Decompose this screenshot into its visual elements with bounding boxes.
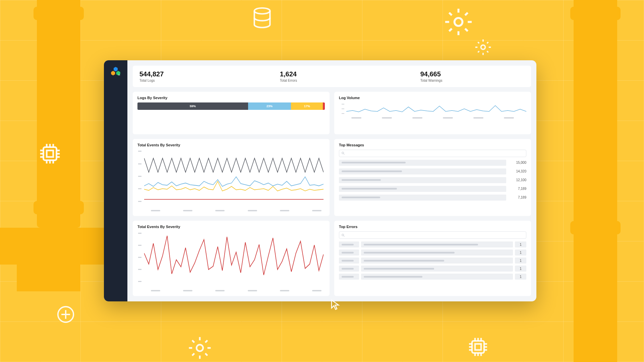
events-chart-1[interactable] bbox=[137, 150, 325, 212]
gear-small-icon bbox=[473, 37, 493, 58]
card-log-volume: Log Volume bbox=[334, 92, 531, 134]
message-row[interactable]: 7,189 bbox=[339, 186, 526, 192]
error-row[interactable]: 1 bbox=[339, 249, 526, 256]
stat-value: 1,624 bbox=[280, 70, 407, 78]
svg-line-14 bbox=[344, 154, 345, 155]
message-row[interactable]: 14,320 bbox=[339, 168, 526, 174]
error-row[interactable]: 1 bbox=[339, 258, 526, 264]
card-total-events-2: Total Events By Severity bbox=[133, 221, 330, 296]
card-top-messages: Top Messages 15,00014,32012,1007,1897,18… bbox=[334, 139, 531, 216]
sidebar: h bbox=[104, 60, 127, 301]
message-count: 7,189 bbox=[510, 196, 526, 199]
search-input[interactable] bbox=[339, 150, 526, 157]
message-count: 7,189 bbox=[510, 187, 526, 191]
svg-point-15 bbox=[342, 234, 344, 236]
card-logs-by-severity: Logs By Severity 59%23%17% bbox=[133, 92, 330, 134]
x-ticks bbox=[339, 117, 526, 119]
svg-marker-10 bbox=[111, 71, 115, 76]
severity-segment[interactable]: 23% bbox=[248, 102, 291, 110]
error-row[interactable]: 1 bbox=[339, 274, 526, 280]
card-title: Total Events By Severity bbox=[137, 225, 325, 229]
svg-point-0 bbox=[254, 8, 270, 14]
svg-rect-4 bbox=[47, 150, 53, 157]
search-icon bbox=[341, 233, 345, 237]
svg-rect-3 bbox=[44, 147, 57, 160]
events-chart-2[interactable] bbox=[137, 231, 325, 292]
svg-point-6 bbox=[196, 345, 203, 351]
error-row[interactable]: 1 bbox=[339, 241, 526, 247]
severity-segment[interactable]: 59% bbox=[137, 102, 248, 110]
app-window: h 544,827 Total Logs 1,624 Total Errors … bbox=[104, 60, 536, 301]
top-errors-table: 11111 bbox=[339, 241, 526, 280]
svg-point-2 bbox=[481, 45, 485, 50]
svg-rect-7 bbox=[472, 341, 484, 353]
card-title: Top Messages bbox=[339, 143, 526, 147]
severity-segment[interactable]: 17% bbox=[291, 102, 323, 110]
stat-label: Total Logs bbox=[139, 79, 267, 82]
severity-segment[interactable] bbox=[323, 102, 325, 110]
stat-label: Total Warnings bbox=[420, 79, 536, 82]
stat-value: 544,827 bbox=[139, 70, 267, 78]
severity-bar[interactable]: 59%23%17% bbox=[137, 102, 325, 110]
search-input[interactable] bbox=[339, 231, 526, 239]
message-row[interactable]: 7,189 bbox=[339, 195, 526, 201]
card-top-errors: Top Errors 11111 bbox=[334, 221, 531, 296]
error-count: 1 bbox=[515, 241, 526, 247]
message-row[interactable]: 12,100 bbox=[339, 177, 526, 183]
error-count: 1 bbox=[515, 258, 526, 264]
gear-icon bbox=[443, 6, 474, 38]
card-title: Total Events By Severity bbox=[137, 143, 325, 147]
error-row[interactable]: 1 bbox=[339, 266, 526, 272]
database-icon bbox=[250, 6, 274, 29]
svg-rect-8 bbox=[475, 344, 481, 350]
error-count: 1 bbox=[515, 249, 526, 256]
main-content: 544,827 Total Logs 1,624 Total Errors 94… bbox=[127, 60, 536, 301]
top-messages-list: 15,00014,32012,1007,1897,189 bbox=[339, 160, 526, 201]
log-volume-chart[interactable] bbox=[339, 102, 526, 116]
gear-icon-2 bbox=[187, 335, 213, 361]
error-count: 1 bbox=[515, 266, 526, 272]
svg-point-13 bbox=[342, 152, 344, 154]
stat-total-logs: 544,827 Total Logs bbox=[139, 70, 267, 82]
svg-line-16 bbox=[344, 236, 345, 237]
card-title: Top Errors bbox=[339, 225, 526, 229]
stat-label: Total Errors bbox=[280, 79, 407, 82]
plus-circle-icon bbox=[55, 304, 76, 325]
message-row[interactable]: 15,000 bbox=[339, 160, 526, 166]
card-title: Log Volume bbox=[339, 96, 526, 100]
stats-row: 544,827 Total Logs 1,624 Total Errors 94… bbox=[133, 66, 531, 87]
cpu-icon-2 bbox=[466, 335, 490, 359]
card-total-events-1: Total Events By Severity bbox=[133, 139, 330, 216]
card-title: Logs By Severity bbox=[137, 96, 325, 100]
search-icon bbox=[341, 151, 345, 155]
app-logo-icon[interactable]: h bbox=[110, 66, 121, 78]
svg-marker-9 bbox=[114, 67, 118, 72]
message-count: 12,100 bbox=[510, 178, 526, 182]
cursor-icon bbox=[330, 299, 341, 310]
stat-total-errors: 1,624 Total Errors bbox=[280, 70, 407, 82]
message-count: 15,000 bbox=[510, 161, 526, 164]
svg-text:h: h bbox=[119, 73, 120, 76]
svg-point-1 bbox=[455, 18, 463, 26]
cpu-icon bbox=[37, 141, 63, 167]
message-count: 14,320 bbox=[510, 169, 526, 173]
error-count: 1 bbox=[515, 274, 526, 280]
stat-value: 94,665 bbox=[420, 70, 536, 78]
stat-total-warnings: 94,665 Total Warnings bbox=[420, 70, 536, 82]
